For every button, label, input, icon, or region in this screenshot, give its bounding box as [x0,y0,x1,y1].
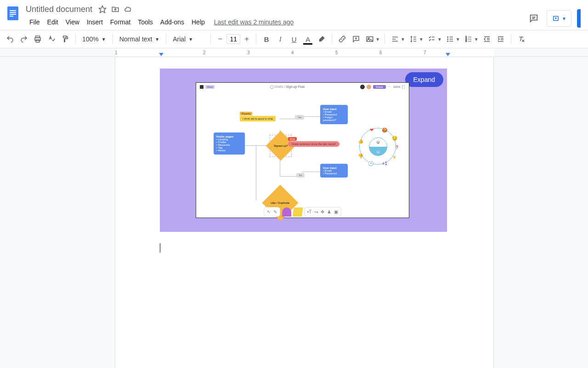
heart-icon: ❤ [370,127,373,132]
last-edit-link[interactable]: Last edit was 2 minutes ago [214,18,294,26]
checklist-button[interactable] [425,33,438,46]
more-icon: ⋯ [388,85,391,89]
cursor-icon: ↖ [267,209,271,214]
align-button[interactable] [389,33,401,46]
text-color-button[interactable]: A [301,33,314,46]
reaction-wheel: ☺☺ ❤ 🍪 👍 😏 ? 👎 ★ 🕐 +1 [359,128,396,165]
node-user-input-1: User input • Email • Password • Forgot p… [320,105,348,124]
face-icon: 😏 [392,136,397,141]
svg-rect-0 [7,6,18,20]
italic-button[interactable]: I [274,33,287,46]
plus-one: +1 [382,161,387,166]
wb-breadcrumb: ◯ Drafts / Sign-up Flow [215,85,360,89]
star-icon[interactable] [97,4,108,15]
text-tool-icon: •T [307,209,312,214]
node-user-input-2: User input • Email • Password [320,164,348,178]
print-button[interactable] [31,33,44,46]
font-size-decrease[interactable]: − [215,34,226,45]
pen-icon: ✎ [273,209,277,214]
svg-point-22 [447,37,448,38]
menu-file[interactable]: File [26,17,44,28]
star-icon: ★ [392,155,396,160]
menu-view[interactable]: View [62,17,83,28]
expand-icon: ⛶ [402,86,405,89]
svg-rect-4 [10,16,13,17]
clock-icon: 🕐 [368,161,373,166]
document-canvas[interactable]: Expand Beta ◯ Drafts / Sign-up Flow Shar… [0,57,588,368]
image-button[interactable] [363,33,376,46]
svg-text:3: 3 [465,40,467,42]
embedded-whiteboard-image[interactable]: Expand Beta ◯ Drafts / Sign-up Flow Shar… [160,69,447,232]
node-public-pages: Public pages • Landing • Profile • Resou… [214,132,245,155]
avatar-icon [360,85,365,89]
thumbs-up-icon: 👍 [358,138,363,144]
connector-icon: ↝ [314,209,318,214]
shape-sticky [292,207,303,217]
clear-format-button[interactable] [515,33,528,46]
highlight-button[interactable] [315,33,328,46]
wb-zoom: 100% [393,86,400,88]
whiteboard-preview: Beta ◯ Drafts / Sign-up Flow Share ⋯ 100… [196,82,409,218]
underline-button[interactable]: U [288,33,300,46]
font-dropdown[interactable]: Arial▼ [170,33,207,46]
font-size-input[interactable] [226,34,240,44]
comment-evan: Evan Great revisions since the last roun… [288,137,339,147]
bold-button[interactable]: B [260,33,273,46]
link-button[interactable] [336,33,349,46]
style-dropdown[interactable]: Normal text▼ [117,33,162,46]
zoom-dropdown[interactable]: 100%▼ [79,33,109,46]
present-button[interactable]: ▼ [547,10,571,27]
font-size-increase[interactable]: + [241,34,252,45]
text-cursor [160,243,160,253]
menu-edit[interactable]: Edit [44,17,62,28]
menu-help[interactable]: Help [188,17,209,28]
spellcheck-button[interactable] [45,33,58,46]
svg-marker-5 [99,6,106,13]
thumbs-down-icon: 👎 [358,154,363,159]
label-yes: Yes [295,115,304,120]
svg-rect-1 [10,10,16,11]
stamp-icon: ♟ [327,209,331,214]
avatar-icon [367,85,371,89]
menu-tools[interactable]: Tools [134,17,157,28]
cloud-icon[interactable] [123,4,134,15]
bullet-list-button[interactable] [444,33,457,46]
beta-badge: Beta [205,85,215,89]
shape-purple [282,207,291,217]
menu-addons[interactable]: Add-ons [157,17,188,28]
svg-rect-2 [10,12,16,13]
expand-button[interactable]: Expand [405,72,443,87]
redo-button[interactable] [17,33,30,46]
menu-insert[interactable]: Insert [83,17,107,28]
left-indent-marker[interactable] [159,53,164,56]
label-no: No [296,173,305,178]
menu-format[interactable]: Format [107,17,134,28]
document-title[interactable]: Untitled document [26,5,92,14]
indent-increase-button[interactable] [494,33,507,46]
svg-point-24 [447,39,448,40]
paint-format-button[interactable] [59,33,72,46]
comment-priyanka: Priyanka I think we're good to ship [240,112,276,121]
wb-share-button: Share [373,85,386,89]
move-icon[interactable] [110,4,121,15]
comments-button[interactable] [526,11,541,26]
right-indent-marker[interactable] [446,53,450,56]
share-button-edge[interactable] [577,9,581,28]
line-spacing-button[interactable] [407,33,420,46]
number-list-button[interactable]: 123 [462,33,475,46]
indent-decrease-button[interactable] [481,33,493,46]
wb-logo-icon [200,85,204,89]
ruler[interactable]: 1 2 3 4 5 6 7 [0,48,588,57]
docs-logo[interactable] [4,4,22,22]
document-page[interactable]: Expand Beta ◯ Drafts / Sign-up Flow Shar… [115,57,494,368]
image-tool-icon: ▣ [334,209,338,214]
move-tool-icon: ✥ [321,209,324,214]
add-comment-button[interactable] [350,33,362,46]
undo-button[interactable] [4,33,17,46]
svg-point-26 [447,41,448,42]
cookie-icon: 🍪 [382,127,387,132]
svg-rect-3 [10,14,16,15]
question-icon: ? [396,145,398,150]
wb-bottom-toolbar: ↖ ✎ •T ↝ ✥ ♟ ▣ [264,207,342,217]
